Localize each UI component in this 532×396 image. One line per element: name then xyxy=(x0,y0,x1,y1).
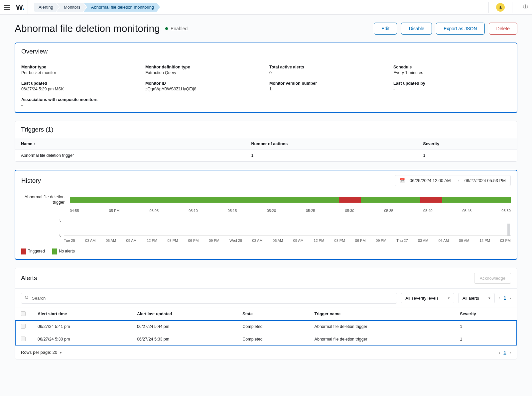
alerts-table: Alert start time↓ Alert last updated Sta… xyxy=(15,308,517,346)
action-buttons: Edit Disable Export as JSON Delete xyxy=(374,23,517,35)
cell-severity: 1 xyxy=(454,320,517,333)
col-alert-start[interactable]: Alert start time↓ xyxy=(32,308,131,320)
chart-spike xyxy=(507,224,510,236)
rows-per-page[interactable]: Rows per page: 20 ▾ xyxy=(21,350,62,355)
alerts-toolbar: All severity levels ▾ All alerts ▾ ‹ 1 › xyxy=(15,288,517,308)
cell-start: 06/27/24 5:41 pm xyxy=(32,320,131,333)
col-trigger-severity[interactable]: Severity xyxy=(417,138,517,150)
overview-title: Overview xyxy=(21,48,48,55)
next-page-icon[interactable]: › xyxy=(509,350,511,355)
day-ticks: Tue 2503 AM06 AM09 AM12 PM03 PM06 PM09 P… xyxy=(64,239,511,243)
legend: Triggered No alerts xyxy=(15,246,517,259)
search-icon xyxy=(25,295,29,301)
breadcrumb: Alerting Monitors Abnormal file deletion… xyxy=(34,3,160,12)
acknowledge-button[interactable]: Acknowledge xyxy=(474,273,511,284)
app-logo[interactable]: W. xyxy=(14,0,28,15)
chevron-down-icon: ▾ xyxy=(488,296,490,300)
severity-filter[interactable]: All severity levels ▾ xyxy=(401,293,454,303)
menu-icon[interactable] xyxy=(4,5,10,10)
timeline-segment-triggered xyxy=(339,197,361,203)
cell-updated: 06/27/24 5:44 pm xyxy=(131,320,236,333)
search-box[interactable] xyxy=(21,293,397,304)
next-page-icon[interactable]: › xyxy=(509,295,511,301)
prev-page-icon[interactable]: ‹ xyxy=(499,295,500,301)
breadcrumb-alerting[interactable]: Alerting xyxy=(34,3,59,12)
breadcrumb-current[interactable]: Abnormal file deletion monitoring xyxy=(84,3,160,12)
row-checkbox[interactable] xyxy=(21,324,26,329)
cell-severity: 1 xyxy=(454,333,517,346)
y-tick-bottom: 0 xyxy=(60,234,62,237)
legend-triggered: Triggered xyxy=(21,248,45,254)
cell-state: Completed xyxy=(236,320,308,333)
cell-trigger-name: Abnormal file deletion trigger xyxy=(15,150,245,161)
cell-trigger-actions: 1 xyxy=(245,150,417,161)
ov-total-active-alerts: Total active alerts0 xyxy=(269,65,387,75)
disable-button[interactable]: Disable xyxy=(401,23,432,35)
legend-no-alerts: No alerts xyxy=(52,248,75,254)
pager-bottom: ‹ 1 › xyxy=(499,350,511,355)
search-input[interactable] xyxy=(32,296,393,301)
timeline: Abnormal file deletion trigger 04:55 05 … xyxy=(15,191,517,217)
status-badge: Enabled xyxy=(165,26,188,31)
col-alert-trigger[interactable]: Trigger name xyxy=(309,308,454,320)
status-label: Enabled xyxy=(171,26,188,31)
col-trigger-name[interactable]: Name↑ xyxy=(15,138,245,150)
page-current[interactable]: 1 xyxy=(504,295,506,301)
edit-button[interactable]: Edit xyxy=(374,23,397,35)
col-alert-updated[interactable]: Alert last updated xyxy=(131,308,236,320)
overview-grid: Monitor typePer bucket monitor Monitor d… xyxy=(21,65,511,108)
alerts-footer: Rows per page: 20 ▾ ‹ 1 › xyxy=(15,346,517,359)
state-filter[interactable]: All alerts ▾ xyxy=(458,293,495,303)
cell-state: Completed xyxy=(236,333,308,346)
alerts-title: Alerts xyxy=(21,274,37,282)
ov-last-updated: Last updated06/27/24 5:29 pm MSK xyxy=(21,81,139,91)
divider xyxy=(488,2,489,13)
cell-start: 06/27/24 5:30 pm xyxy=(32,333,131,346)
ov-monitor-version: Monitor version number1 xyxy=(269,81,387,91)
col-trigger-actions[interactable]: Number of actions xyxy=(245,138,417,150)
export-json-button[interactable]: Export as JSON xyxy=(436,23,484,35)
cell-updated: 06/27/24 5:33 pm xyxy=(131,333,236,346)
legend-swatch-noalerts-icon xyxy=(52,248,57,254)
range-from: 06/25/2024 12:00 AM xyxy=(410,178,451,183)
triggers-title: Triggers (1) xyxy=(21,126,53,133)
page-title: Abnormal file deletion monitoring xyxy=(15,23,160,34)
alerts-panel: Alerts Acknowledge All severity levels ▾… xyxy=(15,268,517,359)
page-current[interactable]: 1 xyxy=(504,350,506,355)
pager-top: ‹ 1 › xyxy=(499,295,511,301)
prev-page-icon[interactable]: ‹ xyxy=(499,350,500,355)
logo-dot: . xyxy=(23,3,24,12)
timeline-bar[interactable] xyxy=(70,197,511,203)
sort-desc-icon: ↓ xyxy=(68,312,70,316)
overview-panel: Overview Monitor typePer bucket monitor … xyxy=(15,43,517,113)
date-range-picker[interactable]: 📅 06/25/2024 12:00 AM → 06/27/2024 05:53… xyxy=(395,175,511,186)
cell-trigger-severity: 1 xyxy=(417,150,517,161)
select-all-checkbox[interactable] xyxy=(21,311,26,316)
table-row[interactable]: 06/27/24 5:41 pm 06/27/24 5:44 pm Comple… xyxy=(15,320,517,333)
col-alert-severity[interactable]: Severity xyxy=(454,308,517,320)
row-checkbox[interactable] xyxy=(21,337,26,341)
chevron-down-icon: ▾ xyxy=(60,350,62,354)
calendar-icon: 📅 xyxy=(400,178,405,183)
overview-chart[interactable]: 5 0 xyxy=(64,220,511,236)
table-row[interactable]: 06/27/24 5:30 pm 06/27/24 5:33 pm Comple… xyxy=(15,333,517,346)
help-icon[interactable]: ⓘ xyxy=(523,4,528,10)
page-content: Abnormal file deletion monitoring Enable… xyxy=(0,15,532,375)
ov-last-updated-by: Last updated by- xyxy=(393,81,511,91)
timeline-segment-triggered xyxy=(420,197,442,203)
legend-swatch-triggered-icon xyxy=(21,248,26,254)
history-panel: History 📅 06/25/2024 12:00 AM → 06/27/20… xyxy=(15,170,517,260)
breadcrumb-monitors[interactable]: Monitors xyxy=(57,3,86,12)
ov-monitor-type: Monitor typePer bucket monitor xyxy=(21,65,139,75)
chevron-down-icon: ▾ xyxy=(448,296,450,300)
col-alert-state[interactable]: State xyxy=(236,308,308,320)
avatar[interactable]: a xyxy=(496,3,505,12)
topbar: W. Alerting Monitors Abnormal file delet… xyxy=(0,0,532,15)
ov-monitor-id: Monitor IDzQgaWpABWS9Z1HyQEtj8 xyxy=(145,81,263,91)
time-ticks: 04:55 05 PM 05:05 05:10 05:15 05:20 05:2… xyxy=(70,207,511,216)
ov-definition-type: Monitor definition typeExtraction Query xyxy=(145,65,263,75)
delete-button[interactable]: Delete xyxy=(489,23,517,35)
svg-point-0 xyxy=(25,296,28,298)
history-title: History xyxy=(21,177,41,184)
table-row[interactable]: Abnormal file deletion trigger 1 1 xyxy=(15,150,517,161)
